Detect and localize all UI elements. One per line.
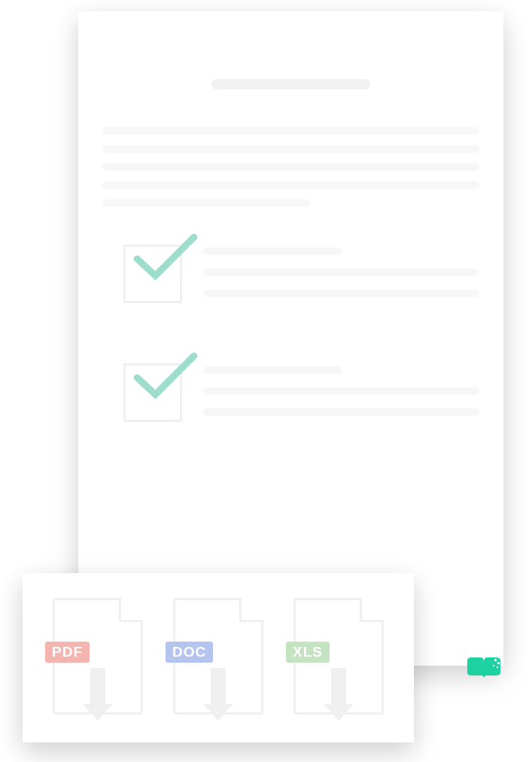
brand-book-icon (466, 656, 502, 683)
checklist-item (102, 363, 479, 430)
pdf-download-button[interactable]: PDF (53, 598, 143, 718)
text-line-placeholder (203, 366, 342, 374)
text-line-placeholder (102, 145, 479, 153)
file-fold-icon (360, 598, 384, 622)
text-line-placeholder (203, 290, 479, 297)
pdf-label: PDF (45, 642, 90, 663)
file-fold-icon (239, 598, 263, 622)
text-line-placeholder (102, 199, 310, 207)
checkbox-checked (123, 244, 182, 303)
checklist-text (203, 244, 479, 311)
checkmark-icon (132, 232, 199, 284)
text-line-placeholder (203, 269, 479, 276)
document-title-placeholder (211, 79, 369, 90)
checklist-item (102, 244, 479, 311)
document-preview-card (78, 11, 503, 666)
file-fold-icon (119, 598, 143, 622)
svg-rect-0 (494, 659, 497, 661)
document-paragraph (102, 127, 479, 207)
text-line-placeholder (203, 387, 479, 395)
download-arrow-icon (324, 668, 354, 724)
text-line-placeholder (102, 181, 479, 189)
checklist-text (203, 363, 479, 430)
text-line-placeholder (203, 408, 479, 416)
text-line-placeholder (203, 247, 342, 255)
svg-rect-1 (497, 662, 500, 664)
doc-download-button[interactable]: DOC (173, 598, 263, 718)
text-line-placeholder (102, 163, 479, 171)
svg-rect-2 (493, 665, 494, 666)
xls-label: XLS (286, 642, 330, 663)
xls-download-button[interactable]: XLS (293, 598, 384, 718)
download-arrow-icon (83, 668, 113, 724)
download-arrow-icon (203, 668, 233, 724)
download-options-card: PDF DOC XLS (23, 573, 414, 742)
checkmark-icon (132, 351, 199, 403)
checkbox-checked (123, 363, 182, 422)
text-line-placeholder (102, 127, 479, 135)
svg-rect-3 (497, 666, 498, 668)
doc-label: DOC (166, 642, 213, 663)
